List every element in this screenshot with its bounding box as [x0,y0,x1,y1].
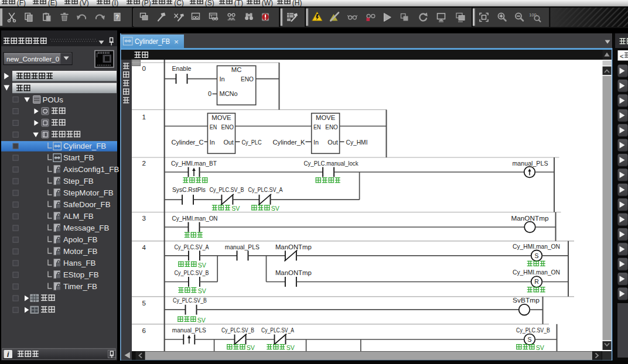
svg-text:Cy_HMI: Cy_HMI [346,139,368,146]
svg-text:ENO: ENO [325,123,338,131]
svg-text:Cy_HMI.man_BT: Cy_HMI.man_BT [171,160,217,167]
svg-text:EStop_FB: EStop_FB [63,270,99,279]
svg-text:Cy_HMI.man_ON: Cy_HMI.man_ON [513,243,560,250]
svg-text:Cy_PLC.SV_B: Cy_PLC.SV_B [221,327,254,334]
svg-text:Out: Out [223,139,234,146]
svg-text:6: 6 [142,327,146,334]
svg-text:SV: SV [198,287,207,294]
svg-text:(S): (S) [205,0,214,7]
svg-text:S: S [527,336,531,343]
svg-text:EN: EN [313,123,321,131]
svg-text:SV: SV [231,205,240,212]
svg-text:Cy_PLC.SV_B: Cy_PLC.SV_B [516,327,550,334]
svg-text:2: 2 [142,159,146,167]
svg-text:Cy_PLC.SV_A: Cy_PLC.SV_A [175,243,209,250]
svg-text:(F): (F) [17,0,26,7]
svg-text:(V): (V) [80,0,89,7]
svg-text:Hans_FB: Hans_FB [63,259,96,267]
svg-text:Out: Out [327,139,338,146]
svg-text:Cy_PLC.SV_A: Cy_PLC.SV_A [261,327,294,334]
svg-text:MCNo: MCNo [220,90,238,97]
svg-text:Cylinder_K: Cylinder_K [273,139,305,146]
svg-text:SysC.RstPls: SysC.RstPls [172,186,206,193]
svg-text:Cy_HMI.man_ON: Cy_HMI.man_ON [172,215,218,222]
svg-text:(W): (W) [262,0,273,7]
svg-text:(H): (H) [292,0,302,7]
svg-text:manual_PLS: manual_PLS [513,160,548,167]
svg-text:SV: SV [536,344,545,351]
svg-text:(P): (P) [142,0,151,7]
svg-text:(C): (C) [174,0,184,7]
svg-text:Cy_PLC.SV_A: Cy_PLC.SV_A [248,186,283,193]
svg-text:?: ? [115,14,119,20]
svg-text:In: In [220,75,225,83]
svg-text:POUs: POUs [43,95,64,104]
svg-text:3: 3 [142,214,146,222]
svg-text:SV: SV [247,344,255,351]
svg-text:new_Controller_0: new_Controller_0 [6,56,59,63]
svg-text:ManONTmp: ManONTmp [275,269,312,276]
svg-text:Cy_PLC.SV_B: Cy_PLC.SV_B [175,269,209,276]
svg-text:SV: SV [198,262,207,269]
svg-text:Cy_HMI.man_ON: Cy_HMI.man_ON [513,269,560,276]
svg-text:Enable: Enable [172,65,192,72]
svg-text:MC: MC [231,66,242,73]
svg-text:SvBTmp: SvBTmp [513,297,540,304]
svg-text:AxisConfig1_FB: AxisConfig1_FB [63,165,119,174]
svg-text:Start_FB: Start_FB [63,153,94,162]
svg-text:SV: SV [271,205,280,212]
svg-text:Cylinder_FB: Cylinder_FB [135,37,170,46]
svg-text:ALM_FB: ALM_FB [63,212,94,221]
svg-text:Cy_PLC.manual_lock: Cy_PLC.manual_lock [304,160,359,167]
svg-text:manual_PLS: manual_PLS [225,243,260,250]
svg-text:Apolo_FB: Apolo_FB [63,235,98,244]
svg-text:Cy_PLC.SV_B: Cy_PLC.SV_B [210,186,244,193]
svg-text:Cy_PLC.SV_B: Cy_PLC.SV_B [173,297,207,304]
svg-text:×: × [174,37,179,46]
svg-text:Cylinder_C: Cylinder_C [172,139,204,146]
svg-text:ENO: ENO [221,123,234,131]
svg-text:EN: EN [210,123,217,131]
svg-text:Timer_FB: Timer_FB [63,282,97,291]
svg-text:(T): (T) [234,0,243,7]
svg-text:0: 0 [142,64,146,72]
svg-text:Message_FB: Message_FB [63,224,109,232]
svg-text:SV: SV [197,317,206,324]
svg-text:0: 0 [208,90,211,97]
svg-text:Motor_FB: Motor_FB [63,247,98,256]
svg-text:ManONTmp: ManONTmp [275,243,312,250]
svg-text:SV: SV [286,344,295,351]
svg-text:MOVE: MOVE [316,114,336,121]
svg-text:R: R [534,278,539,285]
svg-text:1: 1 [142,113,146,121]
svg-text:MOVE: MOVE [211,114,231,121]
svg-text:Cy_PLC: Cy_PLC [242,139,262,146]
svg-text:S: S [534,252,538,259]
svg-text:Cylinder_FB: Cylinder_FB [63,142,106,150]
svg-text:ENO: ENO [241,75,254,83]
svg-text:StepMotor_FB: StepMotor_FB [63,188,114,197]
svg-text:In: In [210,139,215,146]
svg-text:5: 5 [142,299,146,307]
svg-text:Step_FB: Step_FB [63,177,94,186]
svg-text:(I): (I) [112,0,118,7]
svg-text:<: < [620,53,624,60]
svg-text:SafeDoor_FB: SafeDoor_FB [63,200,111,209]
svg-text:4: 4 [142,243,146,251]
svg-text:manual_PLS: manual_PLS [172,327,206,334]
svg-text:(E): (E) [48,0,57,7]
svg-text:In: In [313,139,319,146]
svg-text:ManONTmp: ManONTmp [511,215,549,222]
